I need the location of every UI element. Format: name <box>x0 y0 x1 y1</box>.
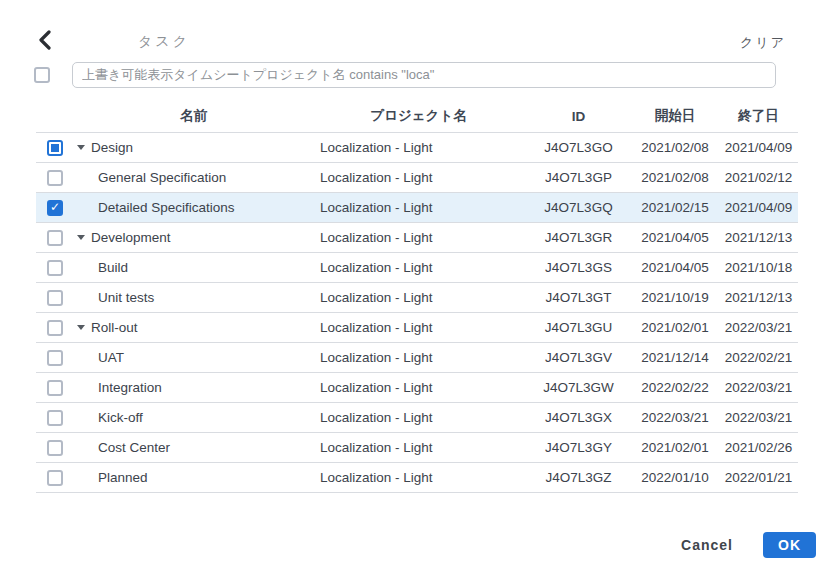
task-name: UAT <box>98 350 124 365</box>
row-checkbox[interactable] <box>47 290 63 306</box>
row-checkbox-cell <box>36 410 76 426</box>
row-checkbox-cell <box>36 170 76 186</box>
search-input[interactable] <box>72 62 776 88</box>
id-cell: J4O7L3GP <box>526 170 631 185</box>
cancel-button[interactable]: Cancel <box>681 537 733 553</box>
task-table-body: Design Localization - Light J4O7L3GO 202… <box>36 133 798 493</box>
id-cell: J4O7L3GW <box>526 380 631 395</box>
task-name: Kick-off <box>98 410 143 425</box>
table-row[interactable]: Unit tests Localization - Light J4O7L3GT… <box>36 283 798 313</box>
row-checkbox-cell <box>36 320 76 336</box>
table-row[interactable]: Roll-out Localization - Light J4O7L3GU 2… <box>36 313 798 343</box>
id-cell: J4O7L3GX <box>526 410 631 425</box>
column-header-start-date: 開始日 <box>631 107 719 125</box>
name-cell: Cost Center <box>76 440 311 455</box>
triangle-down-icon[interactable] <box>77 145 85 150</box>
id-cell: J4O7L3GS <box>526 260 631 275</box>
start-date-cell: 2021/02/08 <box>631 170 719 185</box>
id-cell: J4O7L3GQ <box>526 200 631 215</box>
row-checkbox[interactable] <box>47 350 63 366</box>
select-all-checkbox[interactable] <box>34 67 50 83</box>
row-checkbox[interactable] <box>47 140 63 156</box>
project-cell: Localization - Light <box>311 170 526 185</box>
row-checkbox[interactable] <box>47 200 63 216</box>
start-date-cell: 2021/02/01 <box>631 440 719 455</box>
row-checkbox-cell <box>36 200 76 216</box>
dialog-header: タスク クリア <box>0 28 836 56</box>
table-row[interactable]: Cost Center Localization - Light J4O7L3G… <box>36 433 798 463</box>
table-row[interactable]: Kick-off Localization - Light J4O7L3GX 2… <box>36 403 798 433</box>
row-checkbox-cell <box>36 380 76 396</box>
row-checkbox[interactable] <box>47 470 63 486</box>
back-button[interactable] <box>36 30 54 52</box>
task-name: Build <box>98 260 128 275</box>
task-name: Cost Center <box>98 440 170 455</box>
triangle-down-icon[interactable] <box>77 325 85 330</box>
task-name: Design <box>91 140 133 155</box>
end-date-cell: 2021/02/26 <box>719 440 798 455</box>
table-row[interactable]: Design Localization - Light J4O7L3GO 202… <box>36 133 798 163</box>
table-row[interactable]: General Specification Localization - Lig… <box>36 163 798 193</box>
start-date-cell: 2021/02/15 <box>631 200 719 215</box>
name-cell: Development <box>76 230 311 245</box>
project-cell: Localization - Light <box>311 320 526 335</box>
row-checkbox[interactable] <box>47 260 63 276</box>
task-name: General Specification <box>98 170 226 185</box>
start-date-cell: 2021/04/05 <box>631 230 719 245</box>
table-row[interactable]: Detailed Specifications Localization - L… <box>36 193 798 223</box>
row-checkbox[interactable] <box>47 320 63 336</box>
triangle-down-icon[interactable] <box>77 235 85 240</box>
end-date-cell: 2022/03/21 <box>719 410 798 425</box>
row-checkbox-cell <box>36 440 76 456</box>
table-row[interactable]: Integration Localization - Light J4O7L3G… <box>36 373 798 403</box>
start-date-cell: 2022/03/21 <box>631 410 719 425</box>
name-cell: General Specification <box>76 170 311 185</box>
id-cell: J4O7L3GY <box>526 440 631 455</box>
project-cell: Localization - Light <box>311 470 526 485</box>
row-checkbox-cell <box>36 290 76 306</box>
project-cell: Localization - Light <box>311 440 526 455</box>
task-name: Detailed Specifications <box>98 200 235 215</box>
start-date-cell: 2021/04/05 <box>631 260 719 275</box>
task-name: Unit tests <box>98 290 154 305</box>
row-checkbox[interactable] <box>47 170 63 186</box>
name-cell: Planned <box>76 470 311 485</box>
start-date-cell: 2022/02/22 <box>631 380 719 395</box>
end-date-cell: 2022/03/21 <box>719 320 798 335</box>
row-checkbox[interactable] <box>47 380 63 396</box>
table-row[interactable]: Build Localization - Light J4O7L3GS 2021… <box>36 253 798 283</box>
table-row[interactable]: UAT Localization - Light J4O7L3GV 2021/1… <box>36 343 798 373</box>
table-row[interactable]: Development Localization - Light J4O7L3G… <box>36 223 798 253</box>
end-date-cell: 2022/01/21 <box>719 470 798 485</box>
row-checkbox-cell <box>36 260 76 276</box>
chevron-left-icon <box>37 38 53 53</box>
row-checkbox-cell <box>36 140 76 156</box>
name-cell: Kick-off <box>76 410 311 425</box>
name-cell: Detailed Specifications <box>76 200 311 215</box>
end-date-cell: 2022/03/21 <box>719 380 798 395</box>
column-header-name: 名前 <box>76 107 311 125</box>
project-cell: Localization - Light <box>311 200 526 215</box>
row-checkbox[interactable] <box>47 230 63 246</box>
ok-button[interactable]: OK <box>763 532 816 558</box>
id-cell: J4O7L3GZ <box>526 470 631 485</box>
row-checkbox[interactable] <box>47 440 63 456</box>
column-header-end-date: 終了日 <box>719 107 798 125</box>
end-date-cell: 2021/12/13 <box>719 290 798 305</box>
column-header-id: ID <box>526 109 631 124</box>
name-cell: Roll-out <box>76 320 311 335</box>
filter-row <box>34 62 776 88</box>
start-date-cell: 2021/02/08 <box>631 140 719 155</box>
task-name: Roll-out <box>91 320 138 335</box>
name-cell: Unit tests <box>76 290 311 305</box>
task-table: 名前 プロジェクト名 ID 開始日 終了日 Design Localizatio… <box>36 100 798 493</box>
end-date-cell: 2022/02/21 <box>719 350 798 365</box>
id-cell: J4O7L3GR <box>526 230 631 245</box>
row-checkbox-cell <box>36 470 76 486</box>
clear-button[interactable]: クリア <box>740 34 786 52</box>
project-cell: Localization - Light <box>311 260 526 275</box>
project-cell: Localization - Light <box>311 350 526 365</box>
project-cell: Localization - Light <box>311 380 526 395</box>
row-checkbox[interactable] <box>47 410 63 426</box>
table-row[interactable]: Planned Localization - Light J4O7L3GZ 20… <box>36 463 798 493</box>
